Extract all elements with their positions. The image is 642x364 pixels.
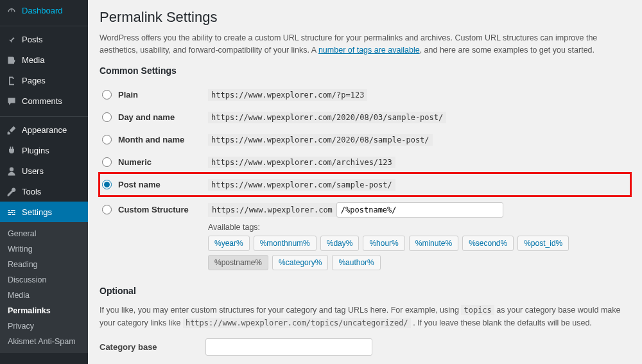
tag-author[interactable]: %author% (332, 255, 380, 270)
tag-post-id[interactable]: %post_id% (517, 236, 569, 251)
optional-heading: Optional (100, 286, 630, 296)
sidebar-item-label: Posts (22, 35, 43, 44)
sidebar-item-label: Comments (22, 96, 62, 106)
tag-postname[interactable]: %postname% (208, 255, 268, 270)
sliders-icon (5, 206, 18, 218)
sidebar-item-users[interactable]: Users (0, 160, 88, 181)
sidebar-item-comments[interactable]: Comments (0, 91, 88, 111)
sidebar-item-plugins[interactable]: Plugins (0, 140, 88, 160)
sidebar-item-label: Users (22, 166, 44, 176)
example-numeric: https://www.wpexplorer.com/archives/123 (208, 157, 395, 168)
sidebar-item-appearance[interactable]: Appearance (0, 119, 88, 140)
sidebar-item-label: Settings (22, 207, 52, 217)
sidebar-item-media[interactable]: Media (0, 49, 88, 70)
main-content: Permalink Settings WordPress offers you … (88, 0, 642, 364)
tag-day[interactable]: %day% (320, 236, 360, 251)
radio-monthname[interactable] (102, 135, 112, 144)
radio-custom[interactable] (102, 205, 112, 214)
option-day-and-name[interactable]: Day and name (102, 112, 203, 122)
permalink-options-table: Plain https://www.wpexplorer.com/?p=123 … (100, 83, 630, 277)
radio-dayname[interactable] (102, 112, 112, 122)
option-numeric[interactable]: Numeric (102, 157, 203, 167)
example-dayname: https://www.wpexplorer.com/2020/08/03/sa… (208, 112, 446, 123)
option-post-name[interactable]: Post name (102, 180, 203, 189)
option-monthname-row: Month and name https://www.wpexplorer.co… (100, 128, 630, 151)
sidebar-item-posts[interactable]: Posts (0, 29, 88, 49)
menu-separator (0, 114, 88, 117)
sidebar-item-label: Tools (22, 187, 41, 196)
user-icon (5, 165, 18, 177)
submenu-media[interactable]: Media (0, 288, 88, 303)
example-plain: https://www.wpexplorer.com/?p=123 (208, 89, 367, 101)
option-custom-row: Custom Structure https://www.wpexplorer.… (100, 196, 630, 277)
optional-description: If you like, you may enter custom struct… (100, 304, 630, 329)
sidebar-item-dashboard[interactable]: Dashboard (0, 0, 88, 21)
plug-icon (5, 144, 18, 156)
sidebar-item-label: Dashboard (22, 6, 63, 15)
tags-help-link[interactable]: number of tags are available (318, 46, 420, 55)
submenu-permalinks[interactable]: Permalinks (0, 303, 88, 318)
tag-minute[interactable]: %minute% (409, 236, 458, 251)
media-icon (5, 54, 18, 65)
submenu-privacy[interactable]: Privacy (0, 318, 88, 334)
wrench-icon (5, 186, 18, 197)
tag-monthnum[interactable]: %monthnum% (254, 236, 317, 251)
submenu-writing[interactable]: Writing (0, 241, 88, 257)
radio-numeric[interactable] (102, 157, 112, 167)
option-numeric-row: Numeric https://www.wpexplorer.com/archi… (100, 151, 630, 173)
sidebar-item-label: Plugins (22, 146, 49, 155)
pin-icon (5, 33, 18, 45)
sidebar-item-settings[interactable]: Settings (0, 202, 88, 222)
sidebar-item-label: Appearance (22, 125, 67, 135)
sidebar-item-tools[interactable]: Tools (0, 181, 88, 202)
dashboard-icon (5, 4, 18, 16)
optional-code-topics: topics (461, 305, 494, 315)
tag-year[interactable]: %year% (208, 236, 250, 251)
tag-second[interactable]: %second% (462, 236, 514, 251)
option-dayname-row: Day and name https://www.wpexplorer.com/… (100, 106, 630, 128)
comment-icon (5, 95, 18, 107)
submenu-general[interactable]: General (0, 226, 88, 241)
tag-category[interactable]: %category% (272, 255, 328, 270)
pages-icon (5, 74, 18, 86)
sidebar-item-label: Pages (22, 76, 46, 85)
submenu-reading[interactable]: Reading (0, 257, 88, 272)
custom-prefix: https://www.wpexplorer.com (208, 203, 336, 217)
example-postname: https://www.wpexplorer.com/sample-post/ (208, 179, 395, 191)
option-custom-structure[interactable]: Custom Structure (102, 205, 203, 214)
category-base-row: Category base (100, 338, 630, 356)
optional-code-url: https://www.wpexplorer.com/topics/uncate… (183, 318, 411, 328)
option-postname-row: Post name https://www.wpexplorer.com/sam… (100, 173, 630, 196)
submenu-discussion[interactable]: Discussion (0, 272, 88, 288)
available-tags-label: Available tags: (208, 223, 628, 232)
category-base-label: Category base (100, 342, 205, 352)
radio-plain[interactable] (102, 90, 112, 100)
option-month-and-name[interactable]: Month and name (102, 135, 203, 144)
admin-sidebar: Dashboard Posts Media Pages Comments App… (0, 0, 88, 364)
common-settings-heading: Common Settings (100, 65, 630, 76)
intro-text: WordPress offers you the ability to crea… (100, 32, 630, 56)
submenu-akismet[interactable]: Akismet Anti-Spam (0, 334, 88, 349)
settings-submenu: General Writing Reading Discussion Media… (0, 222, 88, 353)
example-monthname: https://www.wpexplorer.com/2020/08/sampl… (208, 134, 433, 146)
tag-hour[interactable]: %hour% (363, 236, 404, 251)
page-title: Permalink Settings (100, 9, 630, 26)
radio-postname[interactable] (102, 180, 112, 189)
option-plain-row: Plain https://www.wpexplorer.com/?p=123 (100, 83, 630, 106)
available-tags: %year% %monthnum% %day% %hour% %minute% … (208, 236, 628, 270)
sidebar-item-label: Media (22, 55, 44, 65)
sidebar-item-pages[interactable]: Pages (0, 70, 88, 91)
custom-structure-input[interactable] (336, 202, 503, 218)
brush-icon (5, 124, 18, 135)
menu-separator (0, 23, 88, 26)
option-plain[interactable]: Plain (102, 90, 203, 100)
category-base-input[interactable] (205, 338, 372, 356)
